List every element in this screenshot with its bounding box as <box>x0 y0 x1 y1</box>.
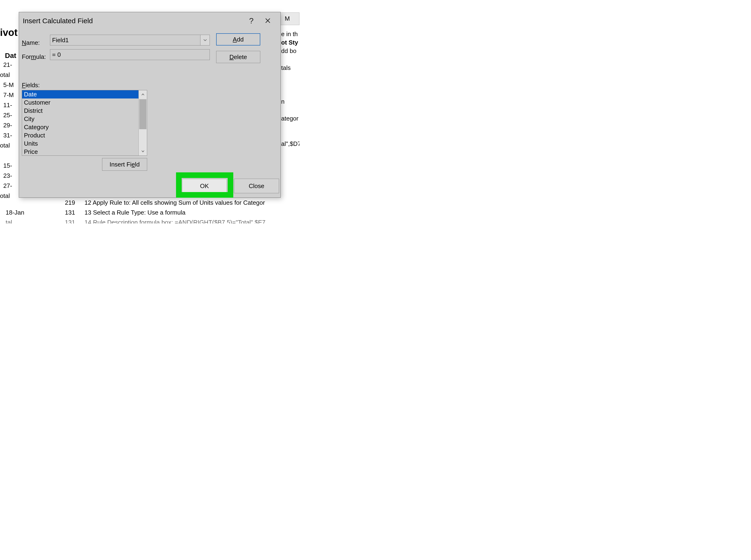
bg-text: tals <box>281 64 300 73</box>
bg-text <box>281 132 300 140</box>
list-item[interactable]: Customer <box>22 99 138 107</box>
list-item[interactable]: Price <box>22 148 138 156</box>
list-item[interactable]: Units <box>22 140 138 148</box>
close-icon[interactable] <box>262 15 273 26</box>
cell: 13 Select a Rule Type: Use a formula <box>84 209 300 216</box>
fields-listbox: Date Customer District City Category Pro… <box>22 90 147 156</box>
cell: 12 Apply Rule to: All cells showing Sum … <box>84 199 300 206</box>
bg-row: 31- <box>3 131 14 140</box>
bg-row: 5-M <box>3 80 14 90</box>
cell: 131 <box>56 209 84 216</box>
bg-left-rows: 21- otal 5-M 7-M 11- 25- 29- 31- otal 15… <box>3 60 14 201</box>
ok-button[interactable]: OK <box>182 179 227 193</box>
name-input[interactable] <box>50 35 200 45</box>
bg-row <box>3 151 14 161</box>
bg-text: e in th <box>281 31 300 39</box>
bg-row: 27- <box>3 181 14 191</box>
list-item[interactable]: District <box>22 107 138 115</box>
list-item[interactable]: City <box>22 115 138 123</box>
bg-row: 25- <box>3 110 14 120</box>
formula-label: Formula: <box>22 53 46 60</box>
bg-row: 7-M <box>3 90 14 100</box>
name-label: Name: <box>22 39 40 46</box>
fields-scrollbar[interactable] <box>138 90 147 156</box>
bg-text <box>281 89 300 98</box>
bg-text: al",$D7 <box>281 140 300 149</box>
help-button[interactable]: ? <box>246 15 257 26</box>
add-button[interactable]: Add <box>216 33 260 45</box>
cell: 131 <box>56 219 84 224</box>
bg-row: 15- <box>3 161 14 171</box>
bg-bottom-rows: 219 12 Apply Rule to: All cells showing … <box>0 198 300 223</box>
list-item[interactable]: Product <box>22 131 138 140</box>
bg-row: otal <box>0 70 14 80</box>
insert-calculated-field-dialog: Insert Calculated Field ? Name: Formula:… <box>19 12 281 198</box>
cell: tal <box>0 219 56 224</box>
pivot-heading-fragment: ivot <box>0 27 18 38</box>
fields-list[interactable]: Date Customer District City Category Pro… <box>22 90 138 156</box>
column-header-date: Dat <box>5 52 16 60</box>
cell: 14 Rule Description formula box: =AND(RI… <box>84 219 300 224</box>
scroll-thumb[interactable] <box>139 99 147 129</box>
name-dropdown-button[interactable] <box>200 35 210 45</box>
bg-row: otal <box>0 140 14 151</box>
bg-row: 21- <box>3 60 14 70</box>
list-item[interactable]: Category <box>22 123 138 131</box>
scroll-up-button[interactable] <box>139 90 147 99</box>
bg-text: ot Sty <box>281 39 300 47</box>
bg-text: n <box>281 98 300 106</box>
cell: 219 <box>56 199 84 206</box>
close-button[interactable]: Close <box>234 179 279 193</box>
list-item[interactable]: Date <box>22 90 138 99</box>
fields-label: Fields: <box>22 82 40 89</box>
bg-text <box>281 106 300 115</box>
bg-text <box>281 81 300 89</box>
bg-row: 11- <box>3 100 14 110</box>
delete-button[interactable]: Delete <box>216 51 260 63</box>
scroll-down-button[interactable] <box>139 147 147 156</box>
bg-right-text: e in th ot Sty dd bo tals n ategor al",$… <box>281 31 300 149</box>
name-combobox <box>50 35 210 45</box>
insert-field-button[interactable]: Insert Field <box>102 158 147 171</box>
bg-row: 23- <box>3 171 14 181</box>
bg-text <box>281 73 300 81</box>
dialog-title: Insert Calculated Field <box>23 17 93 25</box>
bg-text <box>281 56 300 64</box>
cell: 18-Jan <box>0 209 56 216</box>
bg-row: 29- <box>3 120 14 131</box>
bg-text: dd bo <box>281 47 300 56</box>
formula-input[interactable] <box>50 49 210 60</box>
bg-text <box>281 123 300 132</box>
bg-text: ategor <box>281 115 300 123</box>
